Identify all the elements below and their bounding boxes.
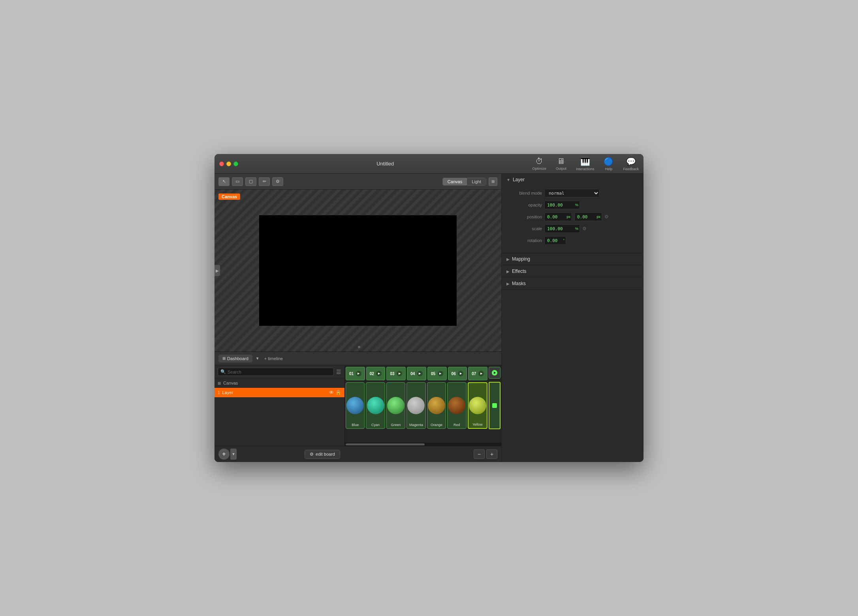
- output-icon: 🖥: [557, 157, 565, 166]
- dashboard-tab-icon: ⊞: [222, 356, 226, 361]
- clip-active-play-btn[interactable]: ▶: [492, 370, 497, 376]
- orange-label: Orange: [431, 423, 442, 427]
- clip-06[interactable]: 06 ▶: [448, 367, 467, 380]
- position-x-input[interactable]: [544, 212, 572, 221]
- resize-dot[interactable]: [358, 346, 360, 348]
- edit-board-button[interactable]: ⚙ edit board: [305, 450, 340, 459]
- layer-clip-cyan[interactable]: Cyan: [366, 382, 385, 429]
- search-box[interactable]: 🔍: [218, 368, 334, 376]
- clip-05-play[interactable]: ▶: [438, 371, 443, 376]
- interactions-button[interactable]: 🎹 Interactions: [576, 157, 595, 171]
- clips-header: 01 ▶ 02 ▶ 03 ▶: [345, 365, 501, 380]
- layer-clip-magenta[interactable]: Magenta: [406, 382, 425, 429]
- rotation-input[interactable]: [544, 236, 566, 245]
- canvas-toggle-btn[interactable]: Canvas: [443, 178, 467, 185]
- zoom-in-button[interactable]: +: [486, 449, 497, 459]
- add-layer-button[interactable]: +: [218, 449, 230, 460]
- canvas-row-icon: ⊞: [218, 381, 221, 385]
- canvas-preview[interactable]: [259, 215, 457, 326]
- position-y-input[interactable]: [574, 212, 602, 221]
- side-panel-toggle[interactable]: ▶: [214, 265, 220, 276]
- yellow-ball: [469, 397, 486, 414]
- clip-03[interactable]: 03 ▶: [386, 367, 406, 380]
- search-input[interactable]: [228, 370, 331, 374]
- clip-04-play[interactable]: ▶: [417, 371, 423, 376]
- clip-03-num: 03: [390, 372, 394, 376]
- scale-input[interactable]: [544, 224, 580, 233]
- main-content: ↖ ▭ ▢ ✏ ⚙ Canvas Light ⊞ ▶ Canvas: [214, 174, 644, 462]
- scale-settings-icon[interactable]: ⚙: [582, 226, 587, 231]
- position-settings-icon[interactable]: ⚙: [604, 214, 609, 220]
- mapping-section-title: Mapping: [512, 256, 530, 262]
- close-button[interactable]: [219, 162, 224, 166]
- opacity-input[interactable]: [544, 201, 580, 209]
- magenta-ball: [407, 397, 425, 414]
- optimize-button[interactable]: ⏱ Optimize: [532, 157, 546, 171]
- layer-list-row[interactable]: 1 Layer 👁 🔒: [214, 388, 344, 397]
- visibility-icon[interactable]: 👁: [329, 390, 334, 395]
- scale-row: scale % ⚙: [506, 224, 639, 233]
- help-icon: 🔵: [604, 157, 613, 166]
- help-button[interactable]: 🔵 Help: [604, 157, 613, 171]
- clip-06-play[interactable]: ▶: [458, 371, 463, 376]
- timeline-scrollbar[interactable]: [345, 443, 501, 446]
- tab-dropdown-arrow[interactable]: ▼: [256, 356, 260, 361]
- effects-section: ▶ Effects: [502, 265, 644, 278]
- blue-ball: [346, 397, 364, 414]
- red-ball: [448, 397, 465, 414]
- effects-section-title: Effects: [512, 269, 526, 274]
- green-ball: [387, 397, 405, 414]
- add-timeline-button[interactable]: + timeline: [264, 356, 283, 361]
- clip-01[interactable]: 01 ▶: [346, 367, 365, 380]
- effects-section-arrow: ▶: [506, 269, 510, 274]
- maximize-button[interactable]: [233, 162, 238, 166]
- layer-stop-btn[interactable]: [489, 382, 500, 429]
- light-toggle-btn[interactable]: Light: [467, 178, 486, 185]
- settings-tool-button[interactable]: ⚙: [272, 177, 283, 186]
- layer-clip-red[interactable]: Red: [447, 382, 466, 429]
- pen-tool-button[interactable]: ✏: [259, 177, 270, 186]
- layer-clip-orange[interactable]: Orange: [427, 382, 446, 429]
- window-title: Untitled: [238, 161, 532, 167]
- layer-clip-blue[interactable]: Blue: [346, 382, 365, 429]
- canvas-area: ↖ ▭ ▢ ✏ ⚙ Canvas Light ⊞ ▶ Canvas: [214, 174, 501, 462]
- menu-icon[interactable]: ☰: [336, 369, 341, 375]
- opacity-value-container: %: [544, 201, 580, 209]
- clip-07-play[interactable]: ▶: [478, 371, 484, 376]
- select-tool-button[interactable]: ↖: [218, 177, 230, 186]
- feedback-button[interactable]: 💬 Feedback: [623, 157, 639, 171]
- effects-section-header[interactable]: ▶ Effects: [502, 265, 644, 277]
- clip-05[interactable]: 05 ▶: [427, 367, 447, 380]
- masks-section-title: Masks: [512, 281, 526, 286]
- layer-section-header[interactable]: ▼ Layer: [502, 174, 644, 186]
- dashboard-tab[interactable]: ⊞ Dashboard: [218, 355, 252, 362]
- traffic-lights: [219, 162, 238, 166]
- green-label: Green: [391, 423, 401, 427]
- shape-tool-button[interactable]: ▢: [245, 177, 256, 186]
- rect-tool-button[interactable]: ▭: [232, 177, 243, 186]
- layer-icons: 👁 🔒: [329, 390, 341, 395]
- clip-02-play[interactable]: ▶: [376, 371, 382, 376]
- output-button[interactable]: 🖥 Output: [556, 157, 566, 171]
- lock-icon[interactable]: 🔒: [335, 390, 341, 395]
- clip-02[interactable]: 02 ▶: [366, 367, 386, 380]
- canvas-list-row[interactable]: ⊞ Canvas: [214, 379, 344, 388]
- canvas-light-toggle: Canvas Light: [442, 178, 486, 186]
- zoom-out-button[interactable]: −: [474, 449, 485, 459]
- layer-clip-green[interactable]: Green: [386, 382, 405, 429]
- masks-section-header[interactable]: ▶ Masks: [502, 278, 644, 289]
- clip-07-num: 07: [472, 372, 476, 376]
- layer-clips-row: Blue Cyan Green: [345, 380, 501, 431]
- clip-07[interactable]: 07 ▶: [468, 367, 487, 380]
- clip-01-play[interactable]: ▶: [356, 371, 361, 376]
- mapping-section-header[interactable]: ▶ Mapping: [502, 253, 644, 265]
- add-dropdown-button[interactable]: ▼: [230, 449, 237, 460]
- layer-clip-yellow[interactable]: Yellow: [468, 382, 487, 429]
- clip-03-play[interactable]: ▶: [397, 371, 402, 376]
- scrollbar-thumb[interactable]: [346, 443, 425, 445]
- grid-view-button[interactable]: ⊞: [489, 177, 497, 186]
- clip-04[interactable]: 04 ▶: [407, 367, 426, 380]
- blend-mode-select[interactable]: normal multiply screen overlay add: [544, 189, 600, 197]
- minimize-button[interactable]: [226, 162, 231, 166]
- clip-active-play[interactable]: ▶: [489, 367, 500, 379]
